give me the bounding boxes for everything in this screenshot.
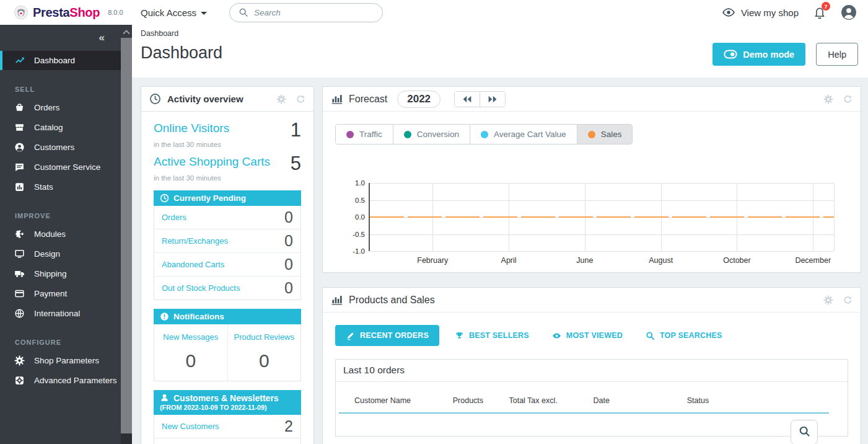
trending-up-icon xyxy=(15,55,25,66)
notifications-header: Notifications xyxy=(154,309,301,324)
sidebar-item-label: Advanced Parameters xyxy=(34,376,117,385)
sidebar-item-label: Orders xyxy=(34,103,59,112)
gear-icon[interactable] xyxy=(823,94,833,104)
tab-most-viewed[interactable]: MOST VIEWED xyxy=(545,325,630,346)
sidebar-item-advanced-parameters[interactable]: Advanced Parameters xyxy=(0,370,121,390)
column-header-status: Status xyxy=(687,396,823,405)
demo-mode-button[interactable]: Demo mode xyxy=(712,43,805,66)
search-box[interactable] xyxy=(229,3,383,22)
toggle-icon xyxy=(724,50,737,59)
forecast-metric-tabs: TrafficConversionAverage Cart ValueSales xyxy=(335,124,633,144)
notifications-bell[interactable]: 7 xyxy=(813,6,826,19)
help-button[interactable]: Help xyxy=(816,43,858,66)
next-year-button[interactable] xyxy=(480,92,505,107)
view-order-button[interactable] xyxy=(791,420,818,444)
summary-row-label[interactable]: Out of Stock Products xyxy=(162,283,240,293)
quick-access-dropdown[interactable]: Quick Access xyxy=(141,7,207,18)
sidebar-item-label: Customers xyxy=(34,143,74,152)
refresh-icon[interactable] xyxy=(843,295,853,305)
gear-icon[interactable] xyxy=(276,94,286,104)
search-input[interactable] xyxy=(254,8,374,17)
year-selector[interactable]: 2022 xyxy=(397,91,441,108)
sidebar-item-customer-service[interactable]: Customer Service xyxy=(0,157,121,177)
puzzle-icon xyxy=(14,229,25,239)
sidebar-scrollbar[interactable] xyxy=(121,25,132,444)
sidebar-item-label: Shipping xyxy=(34,269,67,278)
forecast-tab-average-cart-value[interactable]: Average Cart Value xyxy=(470,125,577,144)
x-axis-tick-label: August xyxy=(649,256,673,265)
sidebar-item-payment[interactable]: Payment xyxy=(0,283,121,303)
notification-cell-value: 0 xyxy=(230,350,299,371)
scrollbar-thumb[interactable] xyxy=(121,38,132,433)
chart-plot-area: 1.00.50.0-0.5-1.0FebruaryAprilJuneAugust… xyxy=(369,183,834,251)
help-label: Help xyxy=(828,50,846,60)
x-axis-tick-label: June xyxy=(576,256,593,265)
forecast-panel: Forecast 2022 xyxy=(322,86,861,273)
tab-recent-orders[interactable]: RECENT ORDERS xyxy=(335,325,439,346)
tab-top-searches[interactable]: TOP SEARCHES xyxy=(638,325,730,346)
sidebar-item-label: Stats xyxy=(34,182,53,192)
sidebar-item-label: Modules xyxy=(34,229,66,239)
date-range-label: (FROM 2022-10-09 TO 2022-11-09) xyxy=(160,404,295,411)
sidebar-collapse-button[interactable]: « xyxy=(0,25,121,51)
sidebar-item-international[interactable]: International xyxy=(0,303,121,323)
truck-icon xyxy=(14,269,25,279)
gear-icon[interactable] xyxy=(823,295,833,305)
notification-cell-value: 0 xyxy=(157,350,225,371)
column-header-products: Products xyxy=(453,396,509,405)
notification-count-badge: 7 xyxy=(822,2,830,11)
notification-cell-label[interactable]: New Messages xyxy=(163,332,218,342)
sidebar-item-label: Design xyxy=(34,249,60,259)
scrollbar-up-button[interactable] xyxy=(121,25,132,38)
sidebar-item-catalog[interactable]: Catalog xyxy=(0,117,121,137)
summary-row-label[interactable]: Return/Exchanges xyxy=(162,236,228,246)
trophy-icon xyxy=(455,331,464,340)
refresh-icon[interactable] xyxy=(843,94,853,104)
last-orders-box: Last 10 orders Customer NameProductsTota… xyxy=(335,359,848,437)
profile-avatar[interactable] xyxy=(841,4,857,20)
forecast-tab-traffic[interactable]: Traffic xyxy=(336,125,393,144)
customers-newsletters-header: Customers & Newsletters (FROM 2022-10-09… xyxy=(154,390,301,415)
stat-label[interactable]: Active Shopping Carts xyxy=(154,155,270,169)
sidebar-item-stats[interactable]: Stats xyxy=(0,177,121,197)
view-my-shop-link[interactable]: View my shop xyxy=(722,7,799,18)
sidebar-item-shop-parameters[interactable]: Shop Parameters xyxy=(0,350,121,370)
stat-subtitle: in the last 30 minutes xyxy=(154,174,301,182)
sidebar-item-modules[interactable]: Modules xyxy=(0,224,121,244)
prestashop-logo[interactable]: PrestaShop 8.0.0 xyxy=(14,5,121,20)
sidebar-item-orders[interactable]: Orders xyxy=(0,97,121,117)
summary-row-label[interactable]: Abandoned Carts xyxy=(162,260,224,269)
summary-row-label[interactable]: New Customers xyxy=(162,422,219,431)
sidebar-item-customers[interactable]: Customers xyxy=(0,137,121,157)
store-icon xyxy=(14,122,25,133)
x-axis-tick-label: October xyxy=(723,256,750,265)
tab-best-sellers[interactable]: BEST SELLERS xyxy=(447,325,537,346)
sidebar-item-shipping[interactable]: Shipping xyxy=(0,264,121,283)
panel-title: Products and Sales xyxy=(349,295,435,306)
collapse-icon: « xyxy=(99,32,105,44)
tab-label: BEST SELLERS xyxy=(469,331,529,340)
notification-cell-label[interactable]: Product Reviews xyxy=(234,332,294,342)
summary-row-label[interactable]: Orders xyxy=(162,213,186,222)
notifications-cells: New Messages0Product Reviews0 xyxy=(154,324,301,381)
refresh-icon[interactable] xyxy=(296,94,305,104)
summary-row-new-subscriptions: New Subscriptions0 xyxy=(154,438,300,444)
summary-row-value: 0 xyxy=(284,210,293,225)
chat-icon xyxy=(14,162,25,172)
sidebar-item-design[interactable]: Design xyxy=(0,244,121,264)
scrollbar-down-button[interactable] xyxy=(121,433,132,444)
sidebar-item-dashboard[interactable]: Dashboard xyxy=(0,51,121,70)
products-and-sales-panel: Products and Sales RECENT ORDERSBEST SEL… xyxy=(322,287,861,444)
panel-title: Forecast xyxy=(349,94,387,105)
breadcrumb[interactable]: Dashboard xyxy=(141,29,858,38)
person-icon xyxy=(14,142,25,153)
stat-label[interactable]: Online Visitors xyxy=(154,122,229,135)
y-axis-tick-label: 0.5 xyxy=(355,197,365,204)
summary-row-return-exchanges: Return/Exchanges0 xyxy=(154,229,300,252)
forecast-tab-conversion[interactable]: Conversion xyxy=(393,125,470,144)
summary-row-value: 0 xyxy=(284,257,293,272)
forecast-tab-sales[interactable]: Sales xyxy=(577,125,633,144)
y-axis-tick-label: -1.0 xyxy=(353,247,365,255)
eye-icon xyxy=(552,331,561,340)
previous-year-button[interactable] xyxy=(455,92,480,107)
